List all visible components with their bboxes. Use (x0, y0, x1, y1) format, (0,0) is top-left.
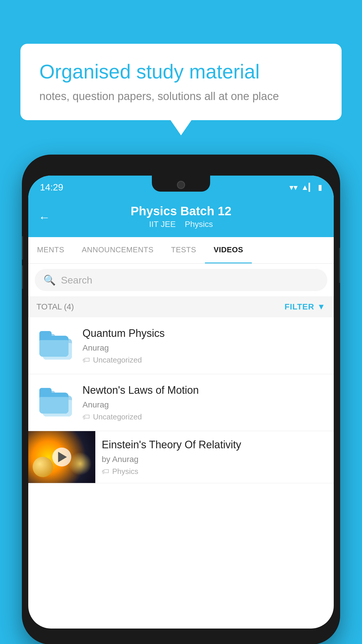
search-bar[interactable]: 🔍 Search (35, 269, 327, 291)
tag-label: Uncategorized (93, 412, 142, 421)
video-item-thumb-2 (36, 384, 74, 421)
status-icons: ▾▾ ▲▎ ▮ (289, 183, 322, 192)
video-info-2: Newton's Laws of Motion Anurag 🏷 Uncateg… (82, 384, 326, 421)
header-subtitle-part2: Physics (185, 220, 213, 229)
tag-label: Uncategorized (93, 356, 142, 365)
search-placeholder: Search (61, 274, 92, 286)
tag-icon: 🏷 (82, 412, 90, 421)
wifi-icon: ▾▾ (289, 183, 298, 192)
list-item[interactable]: Quantum Physics Anurag 🏷 Uncategorized (28, 317, 334, 374)
tag-label: Physics (112, 467, 138, 476)
video-tag: 🏷 Uncategorized (82, 412, 326, 421)
play-button-icon (58, 452, 67, 462)
phone-screen: 14:29 ▾▾ ▲▎ ▮ ← Physics Batch 12 IIT JEE… (28, 176, 334, 629)
list-item[interactable]: Newton's Laws of Motion Anurag 🏷 Uncateg… (28, 374, 334, 431)
power-button (339, 248, 340, 283)
tag-icon: 🏷 (82, 356, 90, 365)
battery-icon: ▮ (318, 183, 322, 192)
filter-button[interactable]: FILTER ▼ (284, 302, 326, 312)
total-count: TOTAL (4) (36, 302, 74, 312)
signal-icon: ▲▎ (301, 183, 314, 192)
tab-videos[interactable]: VIDEOS (205, 237, 252, 263)
space-glow (68, 452, 92, 475)
folder-icon (39, 388, 71, 417)
phone-camera (177, 181, 185, 189)
video-title: Newton's Laws of Motion (82, 384, 326, 397)
video-tag: 🏷 Physics (102, 467, 327, 476)
back-button[interactable]: ← (38, 211, 50, 224)
video-item-thumb-1 (36, 327, 74, 365)
video-title: Quantum Physics (82, 327, 326, 340)
video-author: by Anurag (102, 455, 327, 464)
list-item[interactable]: Einstein's Theory Of Relativity by Anura… (28, 431, 334, 483)
tab-ments[interactable]: MENTS (28, 237, 73, 263)
header-subtitle-part1: IIT JEE (149, 220, 176, 229)
folder-icon (39, 331, 71, 360)
filter-label: FILTER (284, 302, 314, 312)
video-author: Anurag (82, 400, 326, 410)
video-list: Quantum Physics Anurag 🏷 Uncategorized (28, 317, 334, 483)
app-header: ← Physics Batch 12 IIT JEE Physics (28, 197, 334, 237)
phone-frame: 14:29 ▾▾ ▲▎ ▮ ← Physics Batch 12 IIT JEE… (22, 155, 340, 644)
tag-icon: 🏷 (102, 467, 109, 476)
video-info-1: Quantum Physics Anurag 🏷 Uncategorized (82, 327, 326, 365)
tabs-bar: MENTS ANNOUNCEMENTS TESTS VIDEOS (28, 237, 334, 264)
tab-tests[interactable]: TESTS (162, 237, 205, 263)
header-subtitle: IIT JEE Physics (40, 220, 322, 229)
volume-up-button (22, 236, 23, 260)
video-thumbnail (28, 431, 95, 483)
volume-down-button (22, 265, 23, 289)
header-title: Physics Batch 12 (40, 204, 322, 218)
phone-notch (152, 176, 210, 192)
speech-bubble-heading: Organised study material (39, 60, 323, 84)
tab-announcements[interactable]: ANNOUNCEMENTS (73, 237, 162, 263)
video-author: Anurag (82, 343, 326, 353)
search-container: 🔍 Search (28, 264, 334, 296)
filter-row: TOTAL (4) FILTER ▼ (28, 296, 334, 317)
status-time: 14:29 (40, 182, 63, 193)
search-icon: 🔍 (43, 274, 56, 286)
speech-bubble: Organised study material notes, question… (20, 44, 342, 120)
video-info-3: Einstein's Theory Of Relativity by Anura… (95, 431, 334, 483)
video-title: Einstein's Theory Of Relativity (102, 438, 327, 452)
speech-bubble-subtext: notes, question papers, solutions all at… (39, 90, 323, 103)
speech-bubble-container: Organised study material notes, question… (20, 44, 342, 120)
filter-funnel-icon: ▼ (317, 302, 326, 312)
video-tag: 🏷 Uncategorized (82, 356, 326, 365)
